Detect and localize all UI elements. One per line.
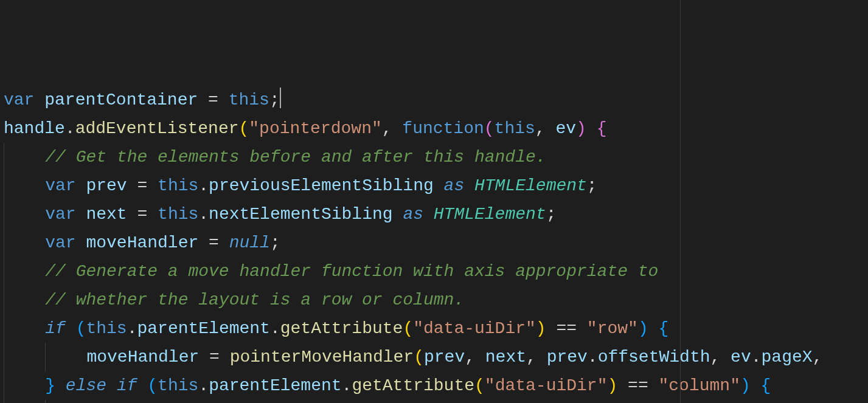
code-line[interactable]: var parentContainer = this; [4, 86, 868, 114]
code-line[interactable]: if (this.parentElement.getAttribute("dat… [4, 314, 868, 343]
indent-guide [4, 400, 45, 403]
code-token: == [546, 319, 587, 338]
code-token: // Get the elements before and after thi… [45, 148, 546, 167]
code-token: next [86, 205, 127, 224]
indent-guide [4, 171, 45, 200]
code-token: == [617, 376, 658, 395]
code-token: "column" [659, 376, 740, 395]
code-token [586, 119, 597, 138]
code-token: , [813, 348, 833, 367]
code-line[interactable]: moveHandler = pointerMoveHandler(prev, n… [4, 400, 868, 403]
code-token: addEventListener [75, 119, 239, 138]
code-token: ) [576, 119, 586, 138]
code-token: this [86, 319, 127, 338]
code-line[interactable]: moveHandler = pointerMoveHandler(prev, n… [4, 343, 868, 371]
code-line[interactable]: var moveHandler = null; [4, 229, 868, 257]
code-token: prev [424, 348, 465, 367]
code-token: . [65, 119, 75, 138]
code-token: ; [269, 91, 280, 109]
code-token: // whether the layout is a row or column… [45, 291, 464, 309]
code-token: parentContainer [44, 91, 198, 109]
code-token: var [45, 233, 86, 252]
code-token: this [229, 91, 269, 109]
code-token: getAttribute [280, 319, 403, 338]
code-token: "pointerdown" [249, 119, 381, 138]
code-token: . [751, 348, 762, 367]
editor-ruler [680, 0, 681, 403]
code-line[interactable]: // Generate a move handler function with… [4, 257, 868, 286]
code-token [55, 376, 66, 395]
code-token [434, 176, 444, 195]
code-token: var [45, 176, 86, 195]
code-token: . [270, 319, 280, 338]
indent-guide [4, 257, 45, 286]
indent-guide [45, 343, 86, 371]
code-token: = [127, 205, 158, 224]
code-token [464, 176, 474, 195]
code-token [218, 91, 229, 109]
code-token: as [403, 205, 423, 224]
code-token: handle [4, 119, 65, 138]
code-token: , [710, 348, 731, 367]
code-token: "row" [587, 319, 638, 338]
code-token: . [588, 348, 598, 367]
code-token: HTMLElement [474, 176, 587, 195]
indent-guide [4, 229, 45, 257]
code-token: pageX [762, 348, 813, 367]
code-token: null [229, 233, 270, 252]
code-token: parentElement [209, 376, 341, 395]
code-token: . [198, 205, 209, 224]
code-token: ( [147, 376, 158, 395]
code-line[interactable]: var next = this.nextElementSibling as HT… [4, 200, 868, 229]
code-token: = [198, 233, 229, 252]
code-token: ) [536, 319, 546, 338]
code-token: offsetWidth [598, 348, 710, 367]
code-editor[interactable]: var parentContainer = this;handle.addEve… [0, 0, 868, 403]
code-token: } [45, 376, 55, 395]
code-line[interactable]: // whether the layout is a row or column… [4, 286, 868, 314]
code-token [198, 91, 208, 109]
code-token: , [382, 119, 403, 138]
code-token: ) [638, 319, 648, 338]
code-token: ( [474, 376, 485, 395]
code-token: this [158, 205, 198, 224]
code-token: { [659, 319, 669, 338]
code-token: ev [555, 119, 576, 138]
code-token: . [342, 376, 352, 395]
code-token: getAttribute [352, 376, 474, 395]
code-token: this [158, 376, 198, 395]
code-token: , [465, 348, 485, 367]
code-token: var [4, 91, 44, 109]
code-token: else [66, 376, 106, 395]
code-token: if [117, 376, 137, 395]
code-token: var [45, 205, 86, 224]
code-token [106, 376, 117, 395]
code-token: . [198, 176, 209, 195]
code-token: prev [547, 348, 588, 367]
code-token: nextElementSibling [209, 205, 392, 224]
code-token: = [208, 91, 218, 109]
code-line[interactable]: // Get the elements before and after thi… [4, 143, 868, 171]
code-token [393, 205, 403, 224]
code-token: ) [607, 376, 617, 395]
code-token: pointerMoveHandler [230, 348, 414, 367]
code-token: this [495, 119, 535, 138]
code-token: "data-uiDir" [413, 319, 536, 338]
code-line[interactable]: } else if (this.parentElement.getAttribu… [4, 371, 868, 400]
code-token [137, 376, 147, 395]
indent-guide [45, 400, 86, 403]
code-token: ; [270, 233, 280, 252]
code-token: "data-uiDir" [485, 376, 608, 395]
code-token: parentElement [137, 319, 269, 338]
code-token: = [127, 176, 158, 195]
code-token: if [45, 319, 66, 338]
code-token: ; [587, 176, 597, 195]
code-line[interactable]: handle.addEventListener("pointerdown", f… [4, 114, 868, 143]
code-token: this [158, 176, 198, 195]
code-token: // Generate a move handler function with… [45, 262, 658, 281]
code-line[interactable]: var prev = this.previousElementSibling a… [4, 171, 868, 200]
text-cursor [280, 88, 281, 108]
code-token: , [535, 119, 556, 138]
indent-guide [4, 143, 45, 171]
code-token: { [597, 119, 607, 138]
